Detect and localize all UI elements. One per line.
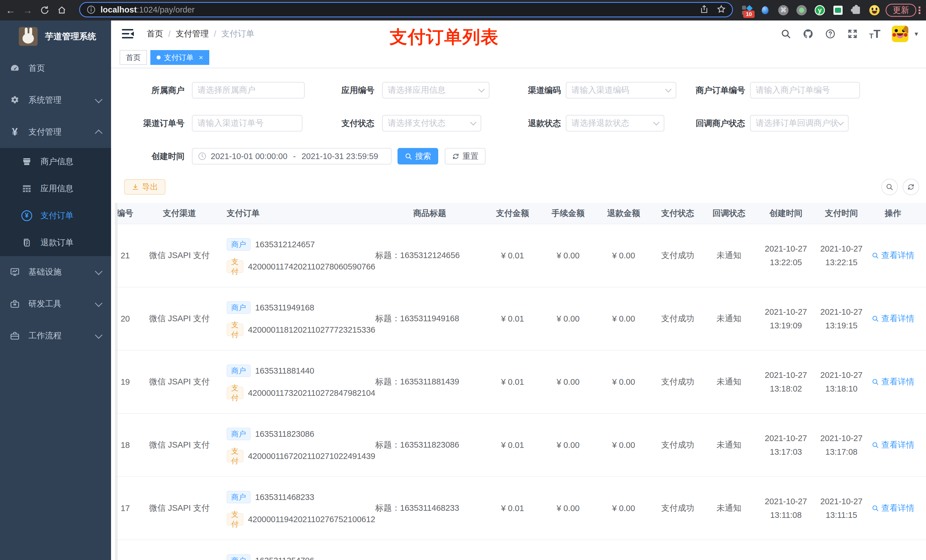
- back-icon[interactable]: ←: [4, 4, 17, 17]
- sidebar-item-payment[interactable]: ¥ 支付管理: [0, 116, 111, 148]
- filter-label-merchant-order-no: 商户订单编号: [677, 82, 745, 98]
- extension-sigma-icon[interactable]: 10: [741, 5, 752, 16]
- breadcrumb-home[interactable]: 首页: [147, 28, 163, 39]
- table-refresh-button[interactable]: [903, 179, 919, 195]
- table-row-partial: 商户1635311354706: [115, 540, 926, 560]
- pay-status: 支付成功: [652, 376, 703, 388]
- sidebar-collapse-icon[interactable]: [122, 29, 134, 39]
- create-time-range-input[interactable]: 2021-10-01 00:00:00 - 2021-10-31 23:59:5…: [192, 148, 392, 165]
- tab-home[interactable]: 首页: [120, 50, 147, 65]
- view-detail-link[interactable]: 查看详情: [865, 439, 920, 451]
- topbar: 首页 / 支付管理 / 支付订单 支付订单列表: [111, 21, 926, 47]
- channel-code-select[interactable]: 请输入渠道编码: [566, 82, 676, 98]
- refund-amount: ¥ 0.00: [595, 441, 652, 450]
- goods-title: 标题：1635311823086: [375, 439, 484, 451]
- sidebar-item-app-info[interactable]: 应用信息: [0, 175, 111, 202]
- info-icon[interactable]: [86, 5, 96, 15]
- font-size-icon[interactable]: TT: [869, 28, 881, 39]
- share-icon[interactable]: [700, 5, 709, 15]
- sidebar-item-refund-order[interactable]: 退款订单: [0, 229, 111, 256]
- avatar[interactable]: [892, 26, 908, 42]
- fee-amount: ¥ 0.00: [541, 377, 595, 387]
- pay-amount: ¥ 0.01: [484, 441, 541, 450]
- sidebar-item-infrastructure[interactable]: 基础设施: [0, 256, 111, 288]
- sidebar-item-workflow[interactable]: 工作流程: [0, 320, 111, 352]
- reload-icon[interactable]: [38, 4, 51, 17]
- sidebar-item-home[interactable]: 首页: [0, 52, 111, 84]
- create-time: 2021-10-2713:22:05: [755, 242, 817, 269]
- fee-amount: ¥ 0.00: [541, 314, 595, 323]
- monitor-chart-icon: [9, 267, 21, 277]
- view-detail-link[interactable]: 查看详情: [865, 250, 920, 261]
- view-detail-link[interactable]: 查看详情: [865, 376, 920, 388]
- help-icon[interactable]: [825, 29, 836, 39]
- notify-status-select[interactable]: 请选择订单回调商户状态: [750, 115, 849, 131]
- bookmark-star-icon[interactable]: [717, 5, 726, 15]
- pay-channel: 微信 JSAPI 支付: [134, 250, 225, 261]
- breadcrumb-payment[interactable]: 支付管理: [176, 28, 209, 39]
- table-search-toggle-button[interactable]: [881, 179, 898, 195]
- browser-menu-icon[interactable]: ⋮: [915, 0, 924, 21]
- pay-tag: 支付: [227, 387, 244, 399]
- merchant-select[interactable]: 请选择所属商户: [192, 82, 305, 98]
- channel-order-no-input[interactable]: 请输入渠道订单号: [192, 115, 303, 131]
- tab-pay-order[interactable]: 支付订单 ×: [150, 50, 209, 65]
- sidebar-item-system[interactable]: 系统管理: [0, 84, 111, 116]
- pay-channel: 微信 JSAPI 支付: [134, 439, 225, 451]
- extension-record-icon[interactable]: [796, 5, 807, 16]
- app-select[interactable]: 请选择应用信息: [382, 82, 489, 98]
- github-icon[interactable]: [803, 29, 814, 39]
- fullscreen-icon[interactable]: [847, 29, 858, 39]
- refund-amount: ¥ 0.00: [595, 377, 652, 387]
- home-icon[interactable]: [55, 4, 68, 17]
- sidebar-item-dev-tools[interactable]: 研发工具: [0, 288, 111, 320]
- table-row: 21 微信 JSAPI 支付 商户1635312124657 支付4200001…: [115, 224, 926, 287]
- chevron-up-icon: [95, 130, 103, 137]
- extension-balloon-icon[interactable]: [760, 5, 770, 16]
- extension-emoji-icon[interactable]: [869, 5, 880, 16]
- sidebar-item-pay-order[interactable]: ¥ 支付订单: [0, 202, 111, 229]
- update-button[interactable]: 更新: [885, 4, 916, 17]
- logo-row[interactable]: 芋道管理系统: [0, 21, 111, 52]
- pay-status: 支付成功: [652, 250, 703, 261]
- export-button[interactable]: 导出: [124, 179, 165, 195]
- table-row: 20 微信 JSAPI 支付 商户1635311949168 支付4200001…: [115, 287, 926, 350]
- pay-amount: ¥ 0.01: [484, 504, 541, 513]
- view-detail-link[interactable]: 查看详情: [865, 313, 920, 325]
- sidebar: 芋道管理系统 首页 系统管理 ¥ 支付管理: [0, 21, 111, 560]
- goods-title: 标题：1635311468233: [375, 503, 484, 514]
- main-area: 首页 / 支付管理 / 支付订单 支付订单列表: [111, 21, 926, 560]
- avatar-caret-icon[interactable]: ▾: [915, 30, 918, 38]
- extension-puzzle-icon[interactable]: [851, 5, 862, 16]
- refund-status-select[interactable]: 请选择退款状态: [566, 115, 664, 131]
- merchant-tag: 商户: [227, 365, 251, 377]
- table-row: 17 微信 JSAPI 支付 商户1635311468233 支付4200001…: [115, 477, 926, 540]
- notify-status: 未通知: [703, 250, 755, 261]
- merchant-order-no-input[interactable]: 请输入商户订单编号: [750, 82, 860, 98]
- pay-time: 2021-10-2713:11:15: [817, 495, 865, 522]
- url-bar[interactable]: localhost:1024/pay/order: [79, 2, 733, 17]
- extension-command-icon[interactable]: ⌘: [778, 5, 789, 16]
- pay-order-cell: 商户1635312124657 支付4200001174202110278060…: [225, 224, 375, 287]
- notify-status: 未通知: [703, 313, 755, 325]
- chevron-down-icon: [95, 331, 103, 339]
- sidebar-item-merchant-info[interactable]: 商户信息: [0, 148, 111, 175]
- search-icon[interactable]: [781, 29, 791, 39]
- filter-label-notify-status: 回调商户状态: [677, 115, 745, 131]
- merchant-tag: 商户: [227, 491, 251, 503]
- filter-label-refund-status: 退款状态: [493, 115, 561, 131]
- breadcrumb: 首页 / 支付管理 / 支付订单: [147, 21, 254, 47]
- reset-button[interactable]: 重置: [445, 148, 486, 165]
- pay-order-cell: 商户1635311468233 支付4200001194202110276752…: [225, 477, 375, 539]
- tab-close-icon[interactable]: ×: [199, 53, 203, 62]
- extension-chat-icon[interactable]: [832, 5, 843, 16]
- pay-status-select[interactable]: 请选择支付状态: [382, 115, 481, 131]
- search-button[interactable]: 搜索: [398, 148, 438, 165]
- view-detail-link[interactable]: 查看详情: [865, 503, 920, 514]
- fee-amount: ¥ 0.00: [541, 504, 595, 513]
- chevron-down-icon: [470, 119, 477, 126]
- col-channel: 支付渠道: [134, 208, 225, 219]
- extension-y-icon[interactable]: y: [814, 5, 825, 16]
- forward-icon[interactable]: →: [21, 4, 34, 17]
- yen-icon: ¥: [9, 127, 21, 137]
